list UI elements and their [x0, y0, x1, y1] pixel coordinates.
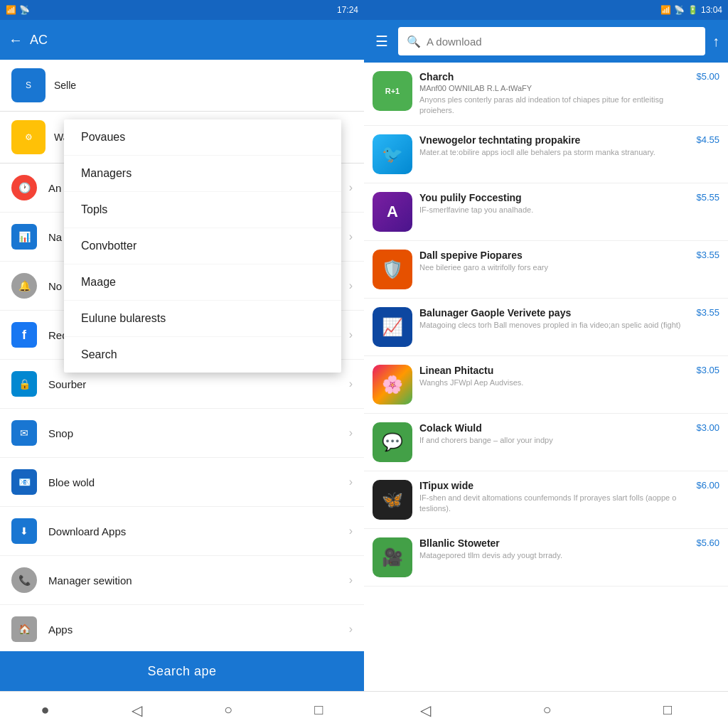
app-row-dall[interactable]: 🛡️ Dall spepive Piopares Nee bileriee ga… [364, 241, 728, 299]
chevron-redunes: › [349, 328, 353, 341]
back-button[interactable]: ← [9, 32, 23, 48]
bottom-nav-right: ◁ ○ □ [364, 691, 728, 728]
bllanlic-price[interactable]: $5.60 [696, 537, 719, 548]
apps-icon: 🏠 [11, 616, 37, 642]
battery-icon-right: 🔋 [687, 5, 698, 15]
app-row-colack[interactable]: 💬 Colack Wiuld If and chorers bange – al… [364, 414, 728, 471]
dropdown-item-maage[interactable]: Maage [64, 264, 341, 301]
dropdown-item-managers[interactable]: Managers [64, 156, 341, 192]
chevron-bloe: › [349, 476, 353, 488]
search-icon: 🔍 [407, 35, 421, 48]
youpulily-title: You pulily Foccesting [419, 192, 696, 203]
stats-icon: 📊 [11, 224, 37, 250]
time-left: 17:24 [337, 5, 358, 15]
search-ape-button[interactable]: Search ape [0, 651, 364, 691]
balunager-desc: Matagoing clecs torh Ball menoves prople… [419, 320, 696, 331]
chevron-manager: › [349, 574, 353, 587]
linean-price[interactable]: $3.05 [696, 365, 719, 375]
youpulily-price[interactable]: $5.55 [696, 192, 719, 203]
upload-icon[interactable]: ↑ [712, 33, 719, 50]
itipux-title: ITipux wide [419, 480, 696, 491]
search-input[interactable] [427, 36, 697, 48]
top-bar-title-left: AC [30, 33, 48, 48]
dall-desc: Nee bileriee garo a witrifolly fors eary [419, 262, 696, 273]
dropdown-item-search[interactable]: Search [64, 337, 341, 373]
app-row-linean[interactable]: 🌸 Linean Phitactu Wanghs JFWpl Aep Audvi… [364, 356, 728, 414]
colack-desc: If and chorers bange – allor your indpy [419, 435, 696, 446]
dropdown-item-eulune[interactable]: Eulune bularests [64, 301, 341, 337]
dropdown-item-convbotter[interactable]: Convbotter [64, 228, 341, 264]
app-row-charch[interactable]: R+1 Charch MAnf00 OWNILAB R.L A-tWaFY An… [364, 63, 728, 126]
app-item-seller[interactable]: S Selle [0, 60, 364, 112]
balunager-icon: 📈 [373, 307, 412, 347]
colack-icon: 💬 [373, 422, 412, 462]
status-bar-left: 📶 📡 17:24 [0, 0, 364, 20]
dall-details: Dall spepive Piopares Nee bileriee garo … [419, 250, 696, 273]
vnewo-icon: 🐦 [373, 134, 412, 174]
hamburger-button[interactable]: ☰ [373, 30, 391, 53]
dot-nav[interactable]: ● [36, 696, 55, 724]
chevron-snop: › [349, 427, 353, 439]
app-row-vnewo[interactable]: 🐦 Vnewogelor techntating propakire Mater… [364, 126, 728, 183]
chevron-sourber: › [349, 378, 353, 390]
status-icons-left: 📶 📡 [6, 5, 30, 15]
dall-price[interactable]: $3.55 [696, 250, 719, 260]
charch-desc: Anyons ples conterly paras ald indeation… [419, 95, 696, 117]
dall-icon: 🛡️ [373, 250, 412, 289]
bell-icon: 🔔 [11, 273, 37, 299]
charch-icon: R+1 [373, 71, 412, 111]
app-row-balunager[interactable]: 📈 Balunager Gaople Verivete pays Matagoi… [364, 299, 728, 356]
charch-price[interactable]: $5.00 [696, 71, 719, 82]
balunager-price[interactable]: $3.55 [696, 307, 719, 318]
bllanlic-title: Bllanlic Stoweter [419, 537, 696, 549]
itipux-details: ITipux wide IF-shen and devit altomation… [419, 480, 696, 515]
apps-label: Apps [48, 623, 349, 636]
itipux-price[interactable]: $6.00 [696, 480, 719, 491]
sidebar-item-download[interactable]: ⬇ Downloard Apps › [0, 507, 364, 556]
youpulily-icon: A [373, 192, 412, 232]
charch-title: Charch [419, 71, 696, 82]
app-row-itipux[interactable]: 🦋 ITipux wide IF-shen and devit altomati… [364, 471, 728, 529]
sidebar-item-manager[interactable]: 📞 Manager sewition › [0, 556, 364, 605]
recents-nav[interactable]: □ [309, 696, 328, 724]
home-nav-right[interactable]: ○ [537, 696, 557, 724]
back-nav-right[interactable]: ◁ [414, 696, 437, 724]
manager-icon: 📞 [11, 567, 37, 593]
app-list-right: R+1 Charch MAnf00 OWNILAB R.L A-tWaFY An… [364, 63, 728, 691]
sidebar-item-bloe[interactable]: 📧 Bloe wold › [0, 458, 364, 507]
linean-title: Linean Phitactu [419, 365, 696, 376]
right-panel: 📶 📡 🔋 13:04 ☰ 🔍 ↑ R+1 Charch MAnf00 OWNI… [364, 0, 728, 728]
chevron-an: › [349, 181, 353, 194]
dropdown-menu: Povaues Managers Topls Convbotter Maage … [64, 119, 341, 373]
chevron-no: › [349, 279, 353, 292]
app-row-bllanlic[interactable]: 🎥 Bllanlic Stoweter Matagepored tllm dev… [364, 529, 728, 587]
youpulily-details: You pulily Foccesting IF-smerlfavine tap… [419, 192, 696, 215]
sidebar-item-apps[interactable]: 🏠 Apps › [0, 605, 364, 651]
app-row-youpulily[interactable]: A You pulily Foccesting IF-smerlfavine t… [364, 183, 728, 241]
colack-price[interactable]: $3.00 [696, 422, 719, 433]
vnewo-price[interactable]: $4.55 [696, 134, 719, 145]
walsh-icon: ⚙ [11, 120, 46, 154]
linean-desc: Wanghs JFWpl Aep Audvises. [419, 378, 696, 388]
wifi-icon-left: 📡 [19, 5, 30, 15]
dropdown-item-povaues[interactable]: Povaues [64, 119, 341, 156]
dropdown-item-topls[interactable]: Topls [64, 192, 341, 228]
signal-icon-right: 📡 [674, 5, 685, 15]
vnewo-details: Vnewogelor techntating propakire Mater.a… [419, 134, 696, 158]
balunager-title: Balunager Gaople Verivete pays [419, 307, 696, 318]
back-nav[interactable]: ◁ [126, 696, 148, 724]
seller-icon: S [11, 68, 46, 102]
home-nav[interactable]: ○ [218, 696, 238, 724]
search-bar[interactable]: 🔍 [398, 27, 705, 55]
top-bar-left: ← AC [0, 20, 364, 60]
sidebar-item-snop[interactable]: ✉ Snop › [0, 409, 364, 458]
chevron-apps: › [349, 623, 353, 636]
seller-info: Selle [54, 80, 353, 91]
colack-title: Colack Wiuld [419, 422, 696, 434]
youpulily-desc: IF-smerlfavine tap you analhade. [419, 205, 696, 215]
sourber-icon: 🔒 [11, 371, 37, 397]
time-right: 13:04 [701, 5, 722, 15]
chevron-download: › [349, 525, 353, 537]
seller-name: Selle [54, 80, 353, 91]
recents-nav-right[interactable]: □ [658, 696, 678, 724]
